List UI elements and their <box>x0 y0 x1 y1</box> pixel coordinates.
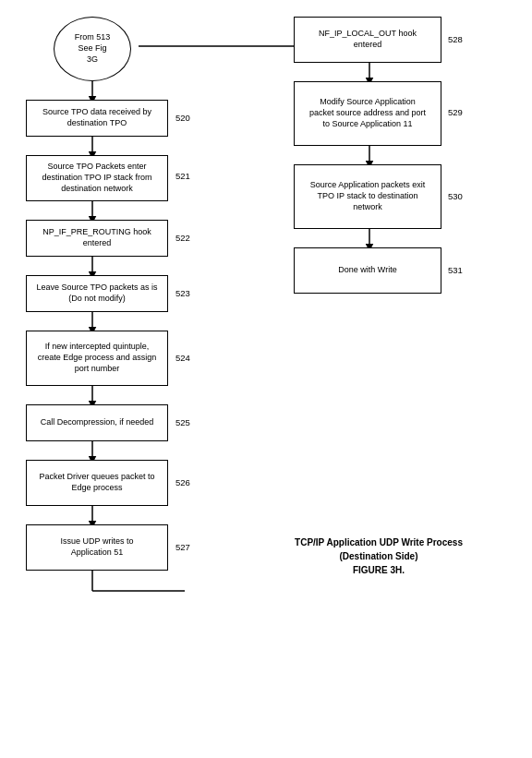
label-531: 531 <box>448 265 463 275</box>
label-523: 523 <box>175 288 190 298</box>
box-528-text: NF_IP_LOCAL_OUT hookentered <box>319 29 417 50</box>
box-527-text: Issue UDP writes toApplication 51 <box>61 536 134 558</box>
box-525-text: Call Decompression, if needed <box>41 417 154 428</box>
box-525: Call Decompression, if needed <box>26 404 168 441</box>
start-oval-text: From 513 See Fig 3G <box>75 32 111 65</box>
label-527: 527 <box>175 542 190 552</box>
box-522: NP_IF_PRE_ROUTING hookentered <box>26 220 168 257</box>
box-524: If new intercepted quintuple,create Edge… <box>26 331 168 386</box>
caption-line2: (Destination Side) <box>339 551 417 561</box>
box-531-text: Done with Write <box>338 265 396 276</box>
box-520: Source TPO data received bydestination T… <box>26 100 168 137</box>
box-527: Issue UDP writes toApplication 51 <box>26 524 168 571</box>
box-524-text: If new intercepted quintuple,create Edge… <box>38 342 157 374</box>
box-521-text: Source TPO Packets enterdestination TPO … <box>42 162 151 194</box>
label-525: 525 <box>175 417 190 427</box>
box-529: Modify Source Applicationpacket source a… <box>294 81 441 146</box>
caption-line3: FIGURE 3H. <box>353 565 405 575</box>
label-522: 522 <box>175 233 190 243</box>
label-526: 526 <box>175 477 190 487</box>
figure-caption: TCP/IP Application UDP Write Process (De… <box>268 535 490 577</box>
box-529-text: Modify Source Applicationpacket source a… <box>309 97 426 129</box>
label-520: 520 <box>175 113 190 123</box>
label-521: 521 <box>175 171 190 181</box>
label-524: 524 <box>175 353 190 363</box>
caption-line1: TCP/IP Application UDP Write Process <box>295 537 463 547</box>
box-526-text: Packet Driver queues packet toEdge proce… <box>39 472 154 493</box>
diagram-container: From 513 See Fig 3G Source TPO data rece… <box>0 0 532 758</box>
label-530: 530 <box>448 191 463 201</box>
box-528: NF_IP_LOCAL_OUT hookentered <box>294 17 441 63</box>
start-oval: From 513 See Fig 3G <box>54 17 131 81</box>
box-521: Source TPO Packets enterdestination TPO … <box>26 155 168 201</box>
box-520-text: Source TPO data received bydestination T… <box>42 107 151 128</box>
box-523: Leave Source TPO packets as is(Do not mo… <box>26 275 168 312</box>
box-522-text: NP_IF_PRE_ROUTING hookentered <box>42 227 151 248</box>
box-531: Done with Write <box>294 247 441 294</box>
box-526: Packet Driver queues packet toEdge proce… <box>26 460 168 506</box>
label-529: 529 <box>448 107 463 117</box>
box-530-text: Source Application packets exitTPO IP st… <box>310 180 426 212</box>
box-530: Source Application packets exitTPO IP st… <box>294 164 441 229</box>
box-523-text: Leave Source TPO packets as is(Do not mo… <box>37 283 158 304</box>
label-528: 528 <box>448 34 463 44</box>
